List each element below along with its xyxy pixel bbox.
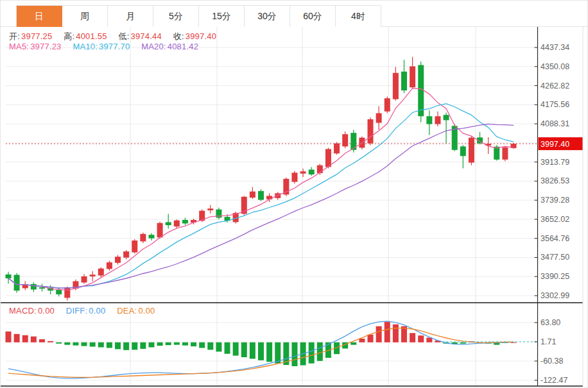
macd-bar[interactable] <box>418 335 424 342</box>
candle[interactable] <box>401 60 407 93</box>
candle[interactable] <box>31 282 37 292</box>
macd-bar[interactable] <box>132 342 137 350</box>
tab-4hour[interactable]: 4时 <box>336 6 381 27</box>
macd-bar[interactable] <box>199 342 205 348</box>
macd-bar[interactable] <box>174 342 180 345</box>
candle[interactable] <box>410 56 415 89</box>
macd-bar[interactable] <box>266 342 272 362</box>
candle[interactable] <box>309 167 315 176</box>
candle[interactable] <box>107 260 112 271</box>
macd-bar[interactable] <box>39 339 45 342</box>
candle[interactable] <box>435 112 440 126</box>
candle[interactable] <box>283 178 289 196</box>
candle[interactable] <box>216 208 221 219</box>
macd-bar[interactable] <box>22 335 28 342</box>
macd-bar[interactable] <box>426 338 432 342</box>
macd-bar[interactable] <box>376 326 382 342</box>
candle[interactable] <box>115 255 121 265</box>
macd-bar[interactable] <box>350 342 356 345</box>
candle[interactable] <box>275 192 281 199</box>
macd-bar[interactable] <box>309 342 315 364</box>
price-tick-label: 3739.28 <box>540 196 569 205</box>
candle[interactable] <box>300 169 306 177</box>
candle[interactable] <box>207 205 213 214</box>
candle[interactable] <box>6 272 12 283</box>
candle[interactable] <box>460 145 466 168</box>
macd-bar[interactable] <box>73 342 78 346</box>
candle[interactable] <box>148 233 154 240</box>
macd-bar[interactable] <box>410 333 415 342</box>
macd-bar[interactable] <box>98 342 104 348</box>
tab-30min[interactable]: 30分 <box>245 6 290 27</box>
macd-bar[interactable] <box>216 342 221 351</box>
candle[interactable] <box>132 239 137 254</box>
macd-bar[interactable] <box>207 342 213 350</box>
macd-bar[interactable] <box>191 342 196 346</box>
candle[interactable] <box>166 214 171 228</box>
macd-bar[interactable] <box>115 342 121 350</box>
candle[interactable] <box>182 218 188 226</box>
candle[interactable] <box>317 164 323 175</box>
candle[interactable] <box>250 187 255 199</box>
tab-15min[interactable]: 15分 <box>199 6 245 27</box>
macd-bar[interactable] <box>258 342 264 360</box>
macd-bar[interactable] <box>233 342 239 356</box>
candle[interactable] <box>418 62 424 122</box>
candle[interactable] <box>39 284 45 292</box>
candle[interactable] <box>140 233 146 243</box>
candle[interactable] <box>426 110 432 135</box>
macd-bar[interactable] <box>107 342 112 348</box>
macd-bar[interactable] <box>31 337 37 342</box>
macd-bar[interactable] <box>182 342 188 346</box>
candle[interactable] <box>258 189 264 201</box>
candle[interactable] <box>444 113 449 144</box>
macd-bar[interactable] <box>241 342 247 357</box>
macd-bar[interactable] <box>140 342 146 349</box>
tab-5min[interactable]: 5分 <box>153 6 199 27</box>
candle[interactable] <box>469 136 474 165</box>
candle[interactable] <box>511 143 517 149</box>
macd-bar[interactable] <box>460 342 466 344</box>
macd-bar[interactable] <box>48 341 53 342</box>
candle[interactable] <box>502 147 508 162</box>
candle[interactable] <box>452 124 458 151</box>
macd-bar[interactable] <box>166 342 171 345</box>
macd-bar[interactable] <box>82 342 87 346</box>
candle[interactable] <box>393 67 399 101</box>
macd-bar[interactable] <box>225 342 230 354</box>
macd-bar[interactable] <box>14 334 20 342</box>
candle[interactable] <box>123 250 129 259</box>
macd-bar[interactable] <box>123 342 129 350</box>
tab-week[interactable]: 周 <box>62 6 108 27</box>
macd-bar[interactable] <box>56 342 62 344</box>
macd-bar[interactable] <box>368 335 374 342</box>
candle[interactable] <box>98 267 104 278</box>
candle[interactable] <box>82 274 87 284</box>
macd-bar[interactable] <box>393 325 399 342</box>
candle[interactable] <box>90 271 96 282</box>
candle[interactable] <box>291 171 297 184</box>
candle[interactable] <box>174 219 180 228</box>
macd-bar[interactable] <box>317 342 323 361</box>
candle[interactable] <box>22 281 28 290</box>
macd-bar[interactable] <box>148 342 154 348</box>
macd-bar[interactable] <box>291 342 297 366</box>
candle[interactable] <box>485 137 491 154</box>
candle[interactable] <box>368 117 374 145</box>
macd-bar[interactable] <box>90 342 96 347</box>
candle[interactable] <box>64 287 70 301</box>
macd-bar[interactable] <box>6 332 12 342</box>
macd-bar[interactable] <box>250 342 255 359</box>
candlestick-macd-chart[interactable]: 4437.344350.084262.824175.564088.313913.… <box>1 1 588 388</box>
macd-bar[interactable] <box>157 342 163 346</box>
candle[interactable] <box>385 97 390 114</box>
tab-day[interactable]: 日 <box>17 6 62 27</box>
tab-month[interactable]: 月 <box>108 6 153 27</box>
macd-bar[interactable] <box>385 322 390 342</box>
tab-60min[interactable]: 60分 <box>290 6 336 27</box>
macd-bar[interactable] <box>64 342 70 345</box>
macd-bar[interactable] <box>359 339 365 342</box>
candle[interactable] <box>342 131 348 148</box>
candle[interactable] <box>376 106 382 130</box>
candle[interactable] <box>334 142 340 155</box>
